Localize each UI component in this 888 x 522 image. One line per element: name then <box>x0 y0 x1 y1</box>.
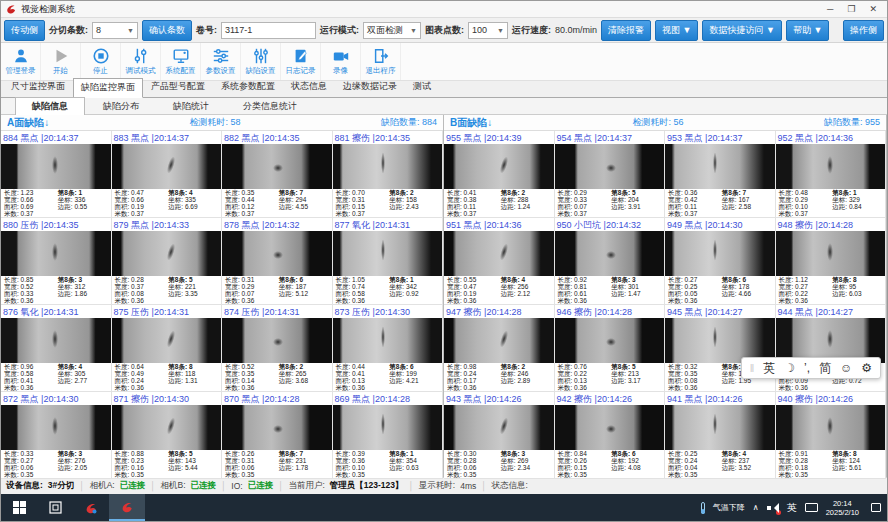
ime-settings[interactable]: ⚙ <box>861 361 872 375</box>
ime-english-mode[interactable]: 英 <box>763 360 775 377</box>
operate-side-button[interactable]: 操作侧 <box>843 20 884 41</box>
defect-image[interactable] <box>1 405 111 450</box>
start-button[interactable] <box>1 494 37 521</box>
defect-settings-button[interactable]: 缺陷设置 <box>241 43 281 80</box>
defect-image[interactable] <box>776 405 886 450</box>
coil-number-input[interactable]: 3117-1 <box>221 22 316 39</box>
tab-6[interactable]: 测试 <box>405 77 439 97</box>
active-app-button[interactable] <box>109 494 145 521</box>
defect-image[interactable] <box>555 318 665 363</box>
defect-cell[interactable]: 878 黑点 |20:14:32 长度: 0.31第8条: 6 宽度: 0.29… <box>222 218 333 305</box>
defect-image[interactable] <box>112 144 222 189</box>
tab-0[interactable]: 尺寸监控界面 <box>3 77 73 97</box>
defect-cell[interactable]: 882 黑点 |20:14:35 长度: 0.35第8条: 7 宽度: 0.44… <box>222 131 333 218</box>
defect-cell[interactable]: 943 黑点 |20:14:26 长度: 0.30第8条: 3 宽度: 0.28… <box>444 392 555 479</box>
tab-3[interactable]: 系统参数配置 <box>213 77 283 97</box>
defect-image[interactable] <box>333 144 443 189</box>
panel-b-title[interactable]: B面缺陷↓ <box>450 116 492 130</box>
weather-thermometer-icon[interactable] <box>701 502 705 514</box>
admin-login-button[interactable]: 管理登录 <box>1 43 41 80</box>
task-view-button[interactable] <box>37 494 73 521</box>
action-center-icon[interactable] <box>871 503 881 512</box>
tab-2[interactable]: 产品型号配置 <box>143 77 213 97</box>
defect-cell[interactable]: 872 黑点 |20:14:30 长度: 0.33第8条: 3 宽度: 0.27… <box>1 392 112 479</box>
defect-image[interactable] <box>1 231 111 276</box>
defect-image[interactable] <box>444 318 554 363</box>
drive-side-button[interactable]: 传动侧 <box>4 20 45 41</box>
pinned-app-button[interactable] <box>73 494 109 521</box>
defect-cell[interactable]: 948 擦伤 |20:14:28 长度: 1.12第8条: 8 宽度: 0.27… <box>776 218 887 305</box>
defect-cell[interactable]: 870 黑点 |20:14:28 长度: 0.26第8条: 7 宽度: 0.31… <box>222 392 333 479</box>
defect-cell[interactable]: 940 擦伤 |20:14:26 长度: 0.91第8条: 8 宽度: 0.28… <box>776 392 887 479</box>
defect-image[interactable] <box>1 144 111 189</box>
defect-image[interactable] <box>112 318 222 363</box>
weather-text[interactable]: 气温下降 <box>713 502 745 513</box>
defect-cell[interactable]: 952 黑点 |20:14:36 长度: 0.48第8条: 1 宽度: 0.29… <box>776 131 887 218</box>
defect-cell[interactable]: 951 黑点 |20:14:36 长度: 0.55第8条: 4 宽度: 0.47… <box>444 218 555 305</box>
defect-cell[interactable]: 950 小凹坑 |20:14:32 长度: 0.92第8条: 3 宽度: 0.8… <box>555 218 666 305</box>
defect-cell[interactable]: 877 氧化 |20:14:31 长度: 1.05第8条: 1 宽度: 0.74… <box>333 218 444 305</box>
defect-image[interactable] <box>333 231 443 276</box>
defect-cell[interactable]: 871 擦伤 |20:14:30 长度: 0.88第8条: 5 宽度: 0.23… <box>112 392 223 479</box>
defect-image[interactable] <box>333 318 443 363</box>
subtab-1[interactable]: 缺陷分布 <box>87 98 155 115</box>
defect-image[interactable] <box>444 405 554 450</box>
subtab-3[interactable]: 分类信息统计 <box>227 98 313 115</box>
subtab-2[interactable]: 缺陷统计 <box>157 98 225 115</box>
parameter-settings-button[interactable]: 参数设置 <box>201 43 241 80</box>
defect-cell[interactable]: 955 黑点 |20:14:39 长度: 0.41第8条: 2 宽度: 0.38… <box>444 131 555 218</box>
defect-image[interactable] <box>444 231 554 276</box>
defect-cell[interactable]: 873 压伤 |20:14:30 长度: 0.44第8条: 6 宽度: 0.41… <box>333 305 444 392</box>
language-indicator[interactable]: 英 <box>787 501 797 515</box>
defect-image[interactable] <box>555 231 665 276</box>
ime-toolbar[interactable]: ‖ 英☽’,简☺⚙ <box>741 357 881 379</box>
subtab-0[interactable]: 缺陷信息 <box>15 97 85 116</box>
defect-image[interactable] <box>222 231 332 276</box>
maximize-button[interactable]: ❐ <box>847 4 855 14</box>
defect-image[interactable] <box>665 405 775 450</box>
defect-image[interactable] <box>776 144 886 189</box>
close-button[interactable]: ✕ <box>869 4 877 14</box>
defect-cell[interactable]: 874 压伤 |20:14:31 长度: 0.52第8条: 2 宽度: 0.35… <box>222 305 333 392</box>
touch-keyboard-icon[interactable] <box>805 503 818 512</box>
defect-cell[interactable]: 883 黑点 |20:14:37 长度: 0.47第8条: 4 宽度: 0.66… <box>112 131 223 218</box>
defect-image[interactable] <box>1 318 111 363</box>
ime-simplified[interactable]: 简 <box>819 360 831 377</box>
defect-cell[interactable]: 949 黑点 |20:14:30 长度: 0.27第8条: 6 宽度: 0.25… <box>665 218 776 305</box>
debug-mode-button[interactable]: 调试模式 <box>121 43 161 80</box>
view-menu-button[interactable]: 视图 ▼ <box>655 20 698 41</box>
defect-cell[interactable]: 876 氧化 |20:14:31 长度: 0.96第8条: 4 宽度: 0.58… <box>1 305 112 392</box>
log-record-button[interactable]: 日志记录 <box>281 43 321 80</box>
defect-image[interactable] <box>555 405 665 450</box>
defect-cell[interactable]: 884 黑点 |20:14:37 长度: 1.23第8条: 1 宽度: 0.66… <box>1 131 112 218</box>
tab-1[interactable]: 缺陷监控界面 <box>73 78 143 98</box>
tab-5[interactable]: 边缘数据记录 <box>335 77 405 97</box>
system-config-button[interactable]: 系统配置 <box>161 43 201 80</box>
defect-cell[interactable]: 880 压伤 |20:14:35 长度: 0.85第8条: 3 宽度: 0.52… <box>1 218 112 305</box>
minimize-button[interactable]: ─ <box>827 4 833 14</box>
run-mode-select[interactable]: 双面检测▼ <box>363 22 421 39</box>
defect-cell[interactable]: 953 黑点 |20:14:37 长度: 0.36第8条: 7 宽度: 0.42… <box>665 131 776 218</box>
defect-image[interactable] <box>665 231 775 276</box>
ime-emoji[interactable]: ☺ <box>840 361 852 375</box>
drag-handle-icon[interactable]: ‖ <box>750 362 755 374</box>
defect-image[interactable] <box>333 405 443 450</box>
defect-image[interactable] <box>112 231 222 276</box>
stop-button[interactable]: 停止 <box>81 43 121 80</box>
defect-cell[interactable]: 942 擦伤 |20:14:26 长度: 0.84第8条: 6 宽度: 0.26… <box>555 392 666 479</box>
video-record-button[interactable]: 录像 <box>321 43 361 80</box>
defect-image[interactable] <box>665 144 775 189</box>
defect-cell[interactable]: 941 黑点 |20:14:26 长度: 0.25第8条: 4 宽度: 0.24… <box>665 392 776 479</box>
hidden-icons-chevron[interactable]: ∧ <box>753 503 759 512</box>
data-quick-access-menu-button[interactable]: 数据快捷访问 ▼ <box>702 20 781 41</box>
ime-fullhalf-moon[interactable]: ☽ <box>784 361 795 375</box>
defect-image[interactable] <box>222 144 332 189</box>
help-menu-button[interactable]: 帮助 ▼ <box>786 20 829 41</box>
volume-icon[interactable] <box>767 503 779 513</box>
defect-image[interactable] <box>555 144 665 189</box>
defect-cell[interactable]: 954 黑点 |20:14:37 长度: 0.29第8条: 5 宽度: 0.33… <box>555 131 666 218</box>
defect-cell[interactable]: 947 擦伤 |20:14:28 长度: 0.98第8条: 2 宽度: 0.24… <box>444 305 555 392</box>
confirm-count-button[interactable]: 确认条数 <box>142 20 192 41</box>
tab-4[interactable]: 状态信息 <box>283 77 335 97</box>
defect-cell[interactable]: 946 擦伤 |20:14:28 长度: 0.76第8条: 5 宽度: 0.22… <box>555 305 666 392</box>
